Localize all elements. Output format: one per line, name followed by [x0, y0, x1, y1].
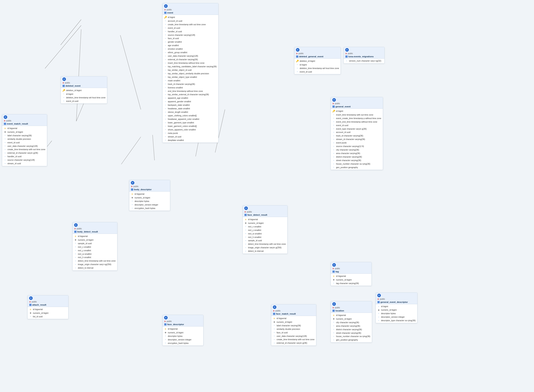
- field-name: gender smallint: [168, 41, 182, 43]
- table-face_match_result[interactable]: 👁◈public▤face_match_result⚹id bigserial◆…: [271, 304, 316, 346]
- serial-key-icon: ⚹: [273, 317, 276, 320]
- table-body-general_event: 🔑id bigint▫insert_time timestamp with ou…: [331, 109, 383, 170]
- table-header-face_descriptor: 👁◈public▤face_descriptor: [163, 315, 203, 327]
- field-row: ⚹id bigserial: [2, 126, 47, 130]
- field-name: stream_id character varying(36): [336, 138, 365, 141]
- field-name: external_id character varyin g(36): [276, 341, 307, 345]
- field-icon: ▫: [377, 316, 380, 319]
- field-icon: ▫: [164, 23, 167, 26]
- field-icon: ▫: [74, 242, 77, 245]
- field-name: version_num character varyi ng(32): [349, 59, 381, 62]
- field-name: similarity double precision: [276, 328, 300, 331]
- field-icon: ▫: [164, 121, 167, 124]
- table-event[interactable]: 👁◈public▤event🔑id bigint▫account_id uuid…: [162, 3, 219, 143]
- table-luna_events_migrations[interactable]: 👁◈public▤luna-events_migrations▫version_…: [343, 47, 384, 64]
- key-icon: 🔑: [332, 109, 335, 113]
- eye-icon: 👁: [296, 48, 300, 52]
- field-name: headwear_state smallint: [168, 107, 190, 110]
- field-name: deletion_id bigint: [66, 89, 82, 92]
- field-row: ▫event_id uuid: [61, 99, 107, 103]
- field-name: mask smallint: [168, 79, 180, 82]
- field-name: face_id uuid: [276, 331, 288, 334]
- schema-label: public: [6, 120, 11, 122]
- serial-key-icon: ⚹: [29, 308, 32, 311]
- field-name: event_id uuid: [168, 27, 180, 29]
- field-row: ▫district character varying(36): [331, 328, 372, 331]
- field-row: ◆numeric_id bigint: [243, 221, 287, 225]
- table-event_match_result[interactable]: 👁◈public▤event_match_result⚹id bigserial…: [2, 114, 47, 166]
- field-row: ▫user_data character varying(128): [163, 54, 218, 58]
- field-name: source character varying(128): [7, 159, 35, 162]
- field-name: deletion_time timestamp wit hout time zo…: [66, 96, 105, 99]
- field-row: ▫emotion smallint: [163, 47, 218, 51]
- table-deleted_general_event[interactable]: 👁◈public▤deleted_general_event🔑deletion_…: [294, 47, 341, 74]
- schema-label: public: [247, 211, 252, 213]
- field-icon: ▫: [164, 37, 167, 40]
- field-row: ▫rect_x smallint: [73, 245, 117, 249]
- field-name: handler_id uuid: [168, 30, 182, 33]
- table-icon: ▤: [332, 105, 335, 108]
- table-deleted_event[interactable]: 👁◈public▤deleted_event🔑deletion_id bigin…: [61, 76, 107, 104]
- table-body-location: ⚹id bigserial◆numeric_id bigint▫city cha…: [331, 313, 372, 342]
- field-name: descriptor bytea: [168, 335, 183, 338]
- field-row: ▫detect_ts interval: [243, 249, 287, 253]
- field-name: create_time timestamp with out time zone: [276, 338, 314, 341]
- field-icon: ▫: [4, 148, 6, 151]
- field-icon: ▫: [332, 282, 335, 285]
- field-icon: ▫: [332, 338, 335, 341]
- fk-icon: ◆: [332, 317, 335, 320]
- field-name: numeric_id bigint: [336, 278, 351, 281]
- table-header-location: 👁◈public▤location: [331, 301, 372, 313]
- table-general_event_descriptor[interactable]: 👁◈public▤general_event_descriptor▫id big…: [375, 293, 417, 323]
- schema-label: public: [32, 301, 37, 303]
- field-name: external_id character varyin g(36): [7, 152, 38, 154]
- schema-icon: ◈: [131, 185, 133, 188]
- table-icon: ▤: [4, 122, 6, 125]
- table-name-label: general_event: [335, 105, 351, 108]
- field-icon: ▫: [164, 30, 167, 33]
- field-row: ▫lower_garment_type smallint: [163, 121, 218, 125]
- table-icon: ▤: [332, 270, 335, 273]
- table-attach_result[interactable]: 👁◈public▤attach_result⚹id bigserial◆nume…: [27, 295, 68, 319]
- serial-key-icon: ⚹: [4, 127, 6, 130]
- field-row: ▫top_similar_external_id character varyi…: [163, 93, 218, 96]
- schema-label: public: [348, 52, 353, 55]
- field-name: shoes_apparent_color smallint: [168, 128, 196, 131]
- field-icon: ▫: [74, 256, 77, 259]
- serial-key-icon: ⚹: [131, 192, 134, 196]
- field-name: source character varying(12 8): [336, 145, 364, 148]
- field-row: ◆numeric_id bigint: [271, 320, 316, 324]
- table-body_descriptor[interactable]: 👁◈public▤body_descriptor⚹id bigserial◆nu…: [129, 180, 170, 211]
- field-row: ▫source character varying(128): [2, 158, 47, 162]
- field-row: ▫event_end_time timestamp without time z…: [331, 120, 383, 124]
- table-general_event[interactable]: 👁◈public▤general_event🔑id bigint▫insert_…: [331, 97, 383, 170]
- field-name: rect_h smallint: [248, 236, 261, 239]
- fk-icon: ◆: [164, 331, 167, 334]
- field-row: ▫rect_h smallint: [243, 235, 287, 239]
- table-face_detect_result[interactable]: 👁◈public▤face_detect_result⚹id bigserial…: [243, 205, 288, 254]
- field-icon: ▫: [332, 148, 335, 152]
- table-body-event: 🔑id bigint▫account_id uuid▫create_time t…: [163, 15, 218, 143]
- table-location[interactable]: 👁◈public▤location⚹id bigserial◆numeric_i…: [331, 301, 372, 343]
- field-row: ⚹id bigserial: [73, 234, 117, 238]
- schema-label: public: [167, 320, 172, 322]
- table-icon: ▤: [164, 11, 166, 14]
- fk-icon: ◆: [29, 312, 32, 315]
- svg-line-2: [76, 29, 81, 121]
- field-row: ▫insert_time timestamp without time zone: [163, 61, 218, 65]
- table-body_detect_result[interactable]: 👁◈public▤body_detect_result⚹id bigserial…: [72, 222, 117, 271]
- field-name: top_similar_external_id character varyin…: [168, 93, 209, 96]
- field-icon: ▫: [164, 51, 167, 54]
- field-name: id bigint: [336, 110, 343, 113]
- field-row: ▫create_time timestamp with out time zon…: [163, 23, 218, 26]
- field-row: 🔑deletion_id bigint: [294, 59, 341, 63]
- field-name: source character varying(128): [168, 34, 195, 37]
- table-face_descriptor[interactable]: 👁◈public▤face_descriptor⚹id bigserial◆nu…: [162, 315, 203, 346]
- table-header-attach_result: 👁◈public▤attach_result: [28, 295, 68, 307]
- field-row: ▫event jsonb: [331, 141, 383, 145]
- field-icon: ▫: [377, 305, 380, 308]
- field-name: id bigserial: [33, 308, 43, 311]
- field-row: ▫street character varying(36): [331, 159, 383, 162]
- table-tag[interactable]: 👁◈public▤tag⚹id bigserial◆numeric_id big…: [331, 262, 372, 286]
- table-body-face_descriptor: ⚹id bigserial◆numeric_id bigint▫descript…: [163, 327, 203, 345]
